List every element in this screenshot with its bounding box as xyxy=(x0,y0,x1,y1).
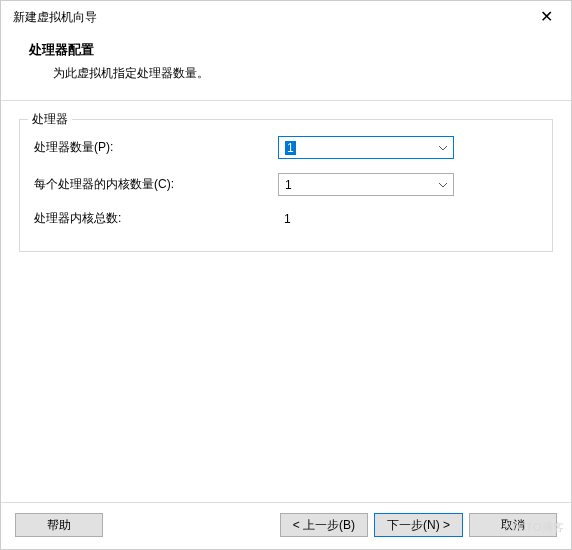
help-button[interactable]: 帮助 xyxy=(15,513,103,537)
combo-cores-per-processor-value: 1 xyxy=(285,178,292,192)
combo-processor-count-value: 1 xyxy=(285,141,296,155)
processor-groupbox: 处理器 处理器数量(P): 1 每个处理器的内核数量(C): 1 xyxy=(19,119,553,252)
back-button[interactable]: < 上一步(B) xyxy=(280,513,368,537)
value-total-cores: 1 xyxy=(278,212,291,226)
label-processor-count: 处理器数量(P): xyxy=(34,139,278,156)
page-title: 处理器配置 xyxy=(29,41,551,59)
combo-cores-per-processor[interactable]: 1 xyxy=(278,173,454,196)
cancel-button[interactable]: 取消 xyxy=(469,513,557,537)
label-total-cores: 处理器内核总数: xyxy=(34,210,278,227)
combo-processor-count[interactable]: 1 xyxy=(278,136,454,159)
window-title: 新建虚拟机向导 xyxy=(13,9,97,26)
label-cores-per-processor: 每个处理器的内核数量(C): xyxy=(34,176,278,193)
close-icon[interactable]: ✕ xyxy=(534,7,559,27)
page-subtitle: 为此虚拟机指定处理器数量。 xyxy=(29,65,551,82)
wizard-footer: 帮助 < 上一步(B) 下一步(N) > 取消 xyxy=(1,502,571,549)
content-area: 处理器 处理器数量(P): 1 每个处理器的内核数量(C): 1 xyxy=(1,101,571,252)
row-cores-per-processor: 每个处理器的内核数量(C): 1 xyxy=(34,173,538,196)
group-legend: 处理器 xyxy=(28,111,72,128)
titlebar: 新建虚拟机向导 ✕ xyxy=(1,1,571,31)
next-button[interactable]: 下一步(N) > xyxy=(374,513,463,537)
row-processor-count: 处理器数量(P): 1 xyxy=(34,136,538,159)
wizard-header: 处理器配置 为此虚拟机指定处理器数量。 xyxy=(1,31,571,100)
row-total-cores: 处理器内核总数: 1 xyxy=(34,210,538,227)
